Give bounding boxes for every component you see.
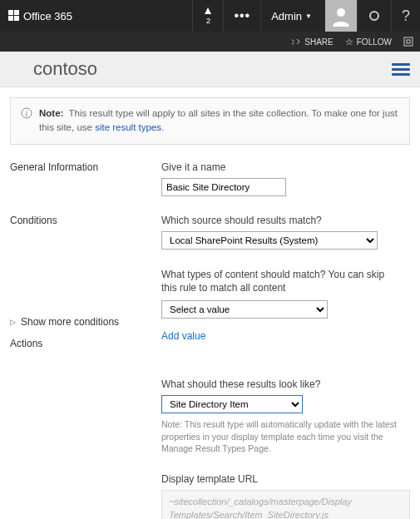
share-icon (292, 37, 301, 47)
svg-rect-7 (404, 37, 413, 46)
show-more-label: Show more conditions (21, 316, 119, 328)
svg-point-6 (373, 15, 375, 17)
section-heading-actions: Actions (10, 338, 151, 349)
admin-label: Admin (271, 10, 302, 22)
svg-point-4 (337, 8, 345, 17)
note-text-end: . (161, 122, 164, 132)
office-logo-icon (8, 10, 20, 22)
notification-button[interactable]: 2 (192, 0, 223, 32)
url-readonly: ~sitecollection/_catalogs/masterpage/Dis… (161, 490, 410, 519)
share-button[interactable]: SHARE (292, 37, 333, 47)
source-label: Which source should results match? (161, 215, 410, 226)
settings-button[interactable] (357, 0, 391, 32)
content-types-select[interactable]: Select a value (161, 300, 328, 319)
display-template-note: Note: This result type will automaticall… (161, 418, 403, 455)
svg-rect-3 (14, 16, 19, 21)
expand-icon: ▷ (10, 318, 16, 326)
info-icon: i (21, 107, 32, 119)
name-input[interactable] (161, 178, 286, 196)
section-heading-conditions: Conditions (10, 215, 151, 226)
form: General Information Conditions ▷ Show mo… (10, 161, 410, 520)
info-note: i Note: This result type will apply to a… (10, 97, 410, 145)
show-more-conditions[interactable]: ▷ Show more conditions (10, 316, 151, 328)
source-select[interactable]: Local SharePoint Results (System) (161, 231, 378, 250)
ellipsis-icon: ••• (234, 8, 250, 23)
chevron-down-icon: ▼ (305, 12, 312, 20)
person-icon (330, 5, 352, 27)
help-icon: ? (402, 7, 410, 25)
note-text: This result type will apply to all sites… (39, 108, 398, 132)
site-logo[interactable]: contoso (10, 58, 97, 80)
help-button[interactable]: ? (391, 0, 420, 32)
section-heading-general: General Information (10, 161, 151, 173)
brand[interactable]: Office 365 (0, 0, 81, 32)
svg-rect-8 (407, 40, 410, 43)
content-types-label: What types of content should match? You … (161, 268, 403, 296)
display-template-label: What should these results look like? (161, 378, 410, 390)
site-header: contoso (0, 52, 420, 87)
name-label: Give it a name (161, 161, 410, 173)
add-value-link[interactable]: Add value (161, 330, 205, 342)
bell-icon (203, 7, 213, 17)
follow-label: FOLLOW (357, 37, 392, 47)
site-title: contoso (33, 58, 97, 80)
share-label: SHARE (304, 37, 333, 47)
gear-icon (368, 9, 381, 22)
display-template-select[interactable]: Site Directory Item (161, 395, 303, 413)
follow-button[interactable]: ☆ FOLLOW (345, 37, 392, 47)
menu-button[interactable] (392, 61, 410, 78)
note-label: Note: (39, 108, 63, 118)
admin-menu[interactable]: Admin ▼ (260, 0, 325, 32)
svg-rect-0 (8, 10, 13, 15)
svg-rect-2 (8, 16, 13, 21)
contoso-logo-icon (10, 59, 30, 79)
more-button[interactable]: ••• (223, 0, 260, 32)
url-label: Display template URL (161, 473, 410, 485)
svg-rect-1 (14, 10, 19, 15)
ribbon-bar: SHARE ☆ FOLLOW (0, 32, 420, 52)
svg-text:i: i (26, 109, 28, 118)
avatar[interactable] (325, 0, 357, 32)
star-icon: ☆ (345, 37, 353, 47)
site-result-types-link[interactable]: site result types (95, 122, 161, 132)
focus-icon (403, 37, 413, 47)
notification-count: 2 (206, 17, 210, 25)
brand-text: Office 365 (23, 10, 72, 22)
focus-button[interactable] (403, 37, 413, 47)
suite-bar: Office 365 2 ••• Admin ▼ ? (0, 0, 420, 32)
